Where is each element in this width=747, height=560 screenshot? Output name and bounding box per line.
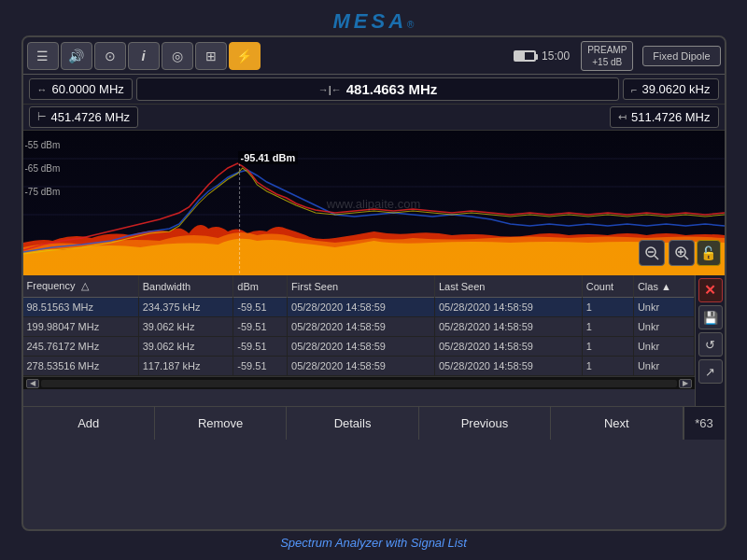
horizontal-scrollbar[interactable]: ◀ ▶	[23, 376, 695, 389]
cell-class: Unkr	[633, 337, 694, 357]
camera-button[interactable]: ⊙	[94, 42, 126, 70]
cell-last-seen: 05/28/2020 14:58:59	[434, 317, 582, 337]
cell-last-seen: 05/28/2020 14:58:59	[434, 337, 582, 357]
device-frame: ☰ 🔊 ⊙ i ◎ ⊞ ⚡	[21, 35, 726, 531]
cell-bandwidth: 39.062 kHz	[138, 317, 233, 337]
cell-count: 1	[582, 298, 633, 317]
cell-class: Unkr	[633, 317, 694, 337]
menu-button[interactable]: ☰	[27, 42, 59, 70]
info-icon: i	[141, 48, 145, 63]
antenna-badge: Fixed Dipole	[642, 46, 720, 66]
time-display: 15:00	[542, 49, 570, 63]
center-icon: →|←	[318, 84, 342, 95]
close-button[interactable]: ✕	[698, 278, 723, 302]
zoom-in-icon	[674, 245, 689, 260]
export-button[interactable]: ↗	[698, 359, 723, 384]
cell-count: 1	[582, 357, 633, 376]
col-count: Count	[582, 275, 633, 298]
logo-bar: MESA®	[6, 6, 741, 35]
save-icon: 💾	[703, 311, 718, 325]
spectrum-svg	[23, 131, 725, 275]
end-freq-box[interactable]: ↤ 511.4726 MHz	[610, 106, 719, 128]
info-button[interactable]: i	[128, 42, 160, 70]
corner-freq-box[interactable]: ⌐ 39.0620 kHz	[623, 78, 718, 100]
table-inner: Frequency △ Bandwidth dBm First Seen Las…	[23, 275, 695, 406]
zoom-in-button[interactable]	[669, 240, 695, 266]
lock-icon: 🔓	[700, 245, 716, 260]
cell-bandwidth: 39.062 kHz	[138, 337, 233, 357]
zoom-out-button[interactable]	[639, 240, 665, 266]
save-button[interactable]: 💾	[698, 305, 723, 329]
grid-icon: ⊞	[205, 49, 217, 63]
cell-class: Unkr	[633, 357, 694, 376]
col-bandwidth: Bandwidth	[138, 275, 233, 298]
battery-icon	[514, 50, 536, 62]
next-button[interactable]: Next	[551, 407, 683, 440]
table-row[interactable]: 278.53516 MHz 117.187 kHz -59.51 05/28/2…	[23, 357, 695, 376]
cell-frequency: 98.51563 MHz	[23, 298, 139, 317]
table-row[interactable]: 245.76172 MHz 39.062 kHz -59.51 05/28/20…	[23, 337, 695, 357]
cell-dbm: -59.51	[233, 298, 288, 317]
camera-icon: ⊙	[105, 49, 116, 63]
location-button[interactable]: ◎	[162, 42, 193, 70]
span-value: 60.0000 MHz	[52, 82, 124, 96]
center-freq-box[interactable]: →|← 481.4663 MHz	[136, 77, 619, 101]
grid-button[interactable]: ⊞	[195, 42, 227, 70]
cell-frequency: 278.53516 MHz	[23, 357, 139, 376]
cell-dbm: -59.51	[233, 317, 288, 337]
remove-button[interactable]: Remove	[155, 407, 287, 440]
mesa-logo: MESA	[333, 9, 408, 33]
end-value: 511.4726 MHz	[631, 110, 711, 124]
col-class: Clas ▲	[633, 275, 694, 298]
signal-list-container: Frequency △ Bandwidth dBm First Seen Las…	[23, 275, 725, 406]
cell-first-seen: 05/28/2020 14:58:59	[288, 317, 435, 337]
cell-count: 1	[582, 337, 633, 357]
cell-first-seen: 05/28/2020 14:58:59	[288, 357, 435, 376]
col-frequency: Frequency △	[23, 275, 139, 298]
preamp-badge: PREAMP +15 dB	[581, 41, 633, 71]
svg-line-10	[684, 256, 688, 259]
span-freq-box[interactable]: ↔ 60.0000 MHz	[29, 78, 133, 100]
cell-first-seen: 05/28/2020 14:58:59	[288, 337, 435, 357]
col-dbm: dBm	[233, 275, 288, 298]
lock-button[interactable]: 🔓	[697, 240, 721, 266]
signal-icon: ⚡	[236, 49, 252, 63]
speaker-button[interactable]: 🔊	[61, 42, 92, 70]
scroll-left-button[interactable]: ◀	[26, 379, 39, 388]
previous-button[interactable]: Previous	[419, 407, 551, 440]
export-icon: ↗	[705, 365, 715, 379]
scroll-right-button[interactable]: ▶	[679, 379, 692, 388]
table-row[interactable]: 98.51563 MHz 234.375 kHz -59.51 05/28/20…	[23, 298, 695, 317]
col-first-seen: First Seen	[288, 275, 435, 298]
col-last-seen: Last Seen	[434, 275, 582, 298]
battery-time-display: 15:00	[514, 49, 570, 63]
reset-button[interactable]: ↺	[698, 332, 723, 357]
svg-line-7	[655, 256, 658, 259]
start-value: 451.4726 MHz	[51, 110, 131, 124]
zoom-out-icon	[644, 245, 659, 260]
signal-button[interactable]: ⚡	[229, 42, 261, 70]
cell-frequency: 199.98047 MHz	[23, 317, 139, 337]
cell-first-seen: 05/28/2020 14:58:59	[288, 298, 435, 317]
scroll-track[interactable]	[41, 380, 677, 387]
db-label-3: -75 dBm	[25, 187, 61, 197]
frequency-row-2: ⊢ 451.4726 MHz ↤ 511.4726 MHz	[23, 105, 725, 131]
span-icon: ↔	[37, 84, 48, 95]
toolbar: ☰ 🔊 ⊙ i ◎ ⊞ ⚡	[23, 37, 725, 75]
end-icon: ↤	[618, 111, 627, 123]
cell-dbm: -59.51	[233, 357, 288, 376]
add-button[interactable]: Add	[23, 407, 155, 440]
details-button[interactable]: Details	[287, 407, 418, 440]
table-row[interactable]: 199.98047 MHz 39.062 kHz -59.51 05/28/20…	[23, 317, 695, 337]
db-labels: -55 dBm -65 dBm -75 dBm	[25, 140, 61, 197]
menu-icon: ☰	[36, 49, 49, 63]
zoom-controls	[639, 240, 695, 266]
side-buttons: ✕ 💾 ↺ ↗	[695, 275, 725, 406]
cell-bandwidth: 117.187 kHz	[138, 357, 233, 376]
count-badge: *63	[684, 407, 725, 440]
speaker-icon: 🔊	[68, 49, 84, 63]
signal-table: Frequency △ Bandwidth dBm First Seen Las…	[23, 275, 695, 376]
cell-frequency: 245.76172 MHz	[23, 337, 139, 357]
db-label-1: -55 dBm	[25, 140, 61, 150]
start-freq-box[interactable]: ⊢ 451.4726 MHz	[29, 106, 139, 128]
